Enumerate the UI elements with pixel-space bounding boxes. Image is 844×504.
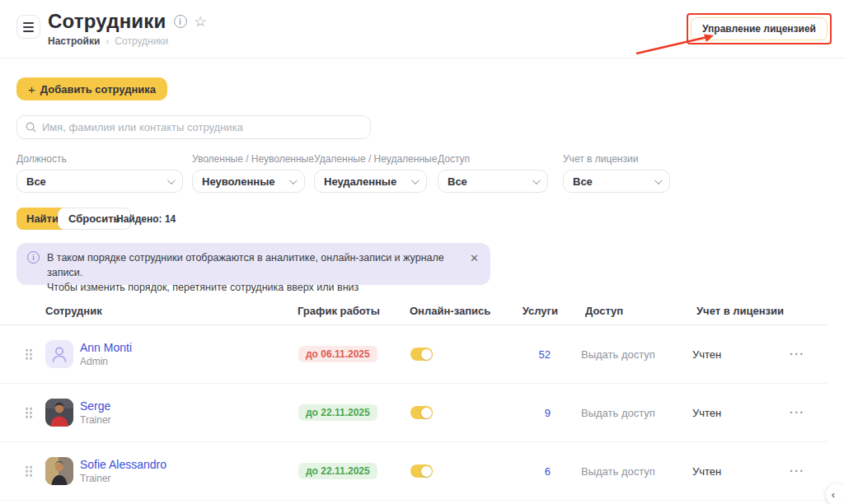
employee-name-link[interactable]: Serge: [80, 399, 111, 413]
chevron-down-icon: [654, 176, 663, 184]
banner-text: В таком порядке сотрудники отображаются …: [47, 250, 463, 295]
chevron-down-icon: [411, 176, 420, 184]
filter-deleted: Удаленные / Неудаленные Неудаленные: [314, 153, 437, 193]
employee-role: Trainer: [80, 473, 166, 484]
employee-name-link[interactable]: Sofie Alessandro: [80, 458, 166, 471]
annotation-highlight-box: Управление лицензией: [687, 13, 832, 44]
employee-search: [16, 115, 371, 139]
employee-info: Ann Monti Admin: [80, 341, 132, 367]
drag-handle-icon[interactable]: [26, 349, 32, 360]
chevron-down-icon: [532, 176, 541, 184]
info-icon: i: [27, 251, 40, 264]
employee-info: Serge Trainer: [80, 399, 111, 426]
col-online-booking: Онлайн-запись: [410, 305, 490, 317]
license-management-button[interactable]: Управление лицензией: [691, 17, 828, 40]
row-menu-icon[interactable]: ···: [790, 464, 805, 478]
online-booking-toggle[interactable]: [410, 348, 433, 361]
favorite-star-icon[interactable]: ☆: [195, 15, 207, 29]
col-license: Учет в лицензии: [696, 305, 784, 317]
banner-line2: Чтобы изменить порядок, перетяните сотру…: [47, 280, 463, 295]
breadcrumb-current: Сотрудники: [115, 35, 168, 47]
breadcrumb-separator-icon: ›: [106, 35, 109, 47]
search-input[interactable]: [42, 121, 362, 133]
hamburger-icon: [23, 22, 34, 24]
info-icon[interactable]: i: [174, 15, 187, 28]
filter-label: Доступ: [438, 153, 548, 165]
employee-role: Trainer: [80, 414, 111, 426]
deleted-select[interactable]: Неудаленные: [314, 170, 427, 193]
services-count-link[interactable]: 52: [495, 348, 551, 361]
page-header: Сотрудники i ☆ Настройки › Сотрудники Уп…: [0, 0, 844, 58]
avatar[interactable]: [45, 340, 73, 368]
filter-label: Должность: [16, 153, 183, 165]
license-status: Учтен: [692, 348, 721, 361]
filter-fired: Уволенные / Неуволенные Неуволенные: [192, 153, 314, 193]
avatar[interactable]: [45, 399, 73, 427]
row-menu-icon[interactable]: ···: [790, 348, 805, 361]
table-row: Serge Trainer до 22.11.2025 9 Выдать дос…: [0, 384, 828, 442]
filter-label: Удаленные / Неудаленные: [314, 153, 437, 165]
online-booking-toggle[interactable]: [410, 464, 433, 478]
select-value: Все: [573, 175, 593, 188]
col-employee: Сотрудник: [45, 305, 102, 317]
license-status: Учтен: [692, 465, 721, 478]
table-header: Сотрудник График работы Онлайн-запись Ус…: [0, 298, 828, 325]
employee-info: Sofie Alessandro Trainer: [80, 458, 166, 484]
title-block: Сотрудники i ☆ Настройки › Сотрудники: [48, 10, 207, 47]
chevron-down-icon: [167, 176, 176, 184]
employee-role: Admin: [80, 356, 132, 367]
schedule-badge[interactable]: до 06.11.2025: [298, 346, 377, 362]
employee-name-link[interactable]: Ann Monti: [80, 341, 132, 354]
select-value: Неудаленные: [324, 175, 396, 188]
filter-access: Доступ Все: [438, 153, 548, 193]
col-access: Доступ: [585, 305, 623, 317]
drag-handle-icon[interactable]: [26, 408, 32, 418]
license-select[interactable]: Все: [563, 170, 670, 193]
filter-position: Должность Все: [16, 153, 183, 193]
col-schedule: График работы: [298, 305, 380, 317]
select-value: Все: [448, 175, 467, 188]
filter-label: Учет в лицензии: [563, 153, 670, 165]
search-icon: [26, 122, 36, 133]
filter-label: Уволенные / Неуволенные: [192, 153, 314, 165]
select-value: Неуволенные: [202, 175, 274, 188]
employees-page: Сотрудники i ☆ Настройки › Сотрудники Уп…: [0, 0, 844, 504]
position-select[interactable]: Все: [16, 170, 183, 193]
access-select[interactable]: Все: [438, 170, 548, 193]
services-count-link[interactable]: 9: [495, 407, 551, 419]
col-services: Услуги: [495, 305, 558, 317]
plus-icon: +: [28, 82, 35, 96]
collapse-panel-chevron[interactable]: ‹: [826, 483, 844, 504]
chevron-down-icon: [289, 176, 298, 184]
select-value: Все: [26, 175, 46, 188]
filter-license: Учет в лицензии Все: [563, 153, 670, 193]
add-employee-label: Добавить сотрудника: [40, 83, 156, 96]
breadcrumb-settings[interactable]: Настройки: [48, 35, 100, 47]
table-row: Ann Monti Admin до 06.11.2025 52 Выдать …: [0, 325, 828, 384]
breadcrumb: Настройки › Сотрудники: [48, 35, 207, 47]
page-title: Сотрудники: [48, 10, 166, 33]
schedule-badge[interactable]: до 22.11.2025: [298, 404, 377, 421]
drag-handle-icon[interactable]: [26, 466, 32, 477]
grant-access-link[interactable]: Выдать доступ: [581, 465, 655, 478]
avatar[interactable]: [45, 457, 73, 485]
online-booking-toggle[interactable]: [410, 406, 433, 419]
grant-access-link[interactable]: Выдать доступ: [581, 407, 655, 419]
add-employee-button[interactable]: + Добавить сотрудника: [16, 77, 167, 100]
banner-line1: В таком порядке сотрудники отображаются …: [47, 250, 463, 280]
menu-toggle-button[interactable]: [16, 15, 40, 39]
grant-access-link[interactable]: Выдать доступ: [581, 348, 655, 361]
found-count: Найдено: 14: [116, 213, 176, 225]
schedule-badge[interactable]: до 22.11.2025: [298, 463, 377, 479]
table-row: Sofie Alessandro Trainer до 22.11.2025 6…: [0, 442, 828, 501]
fired-select[interactable]: Неуволенные: [192, 170, 305, 193]
row-menu-icon[interactable]: ···: [790, 406, 805, 419]
license-status: Учтен: [692, 407, 721, 419]
close-icon[interactable]: ✕: [470, 252, 479, 264]
reorder-info-banner: i В таком порядке сотрудники отображаютс…: [16, 243, 490, 285]
services-count-link[interactable]: 6: [495, 465, 551, 478]
